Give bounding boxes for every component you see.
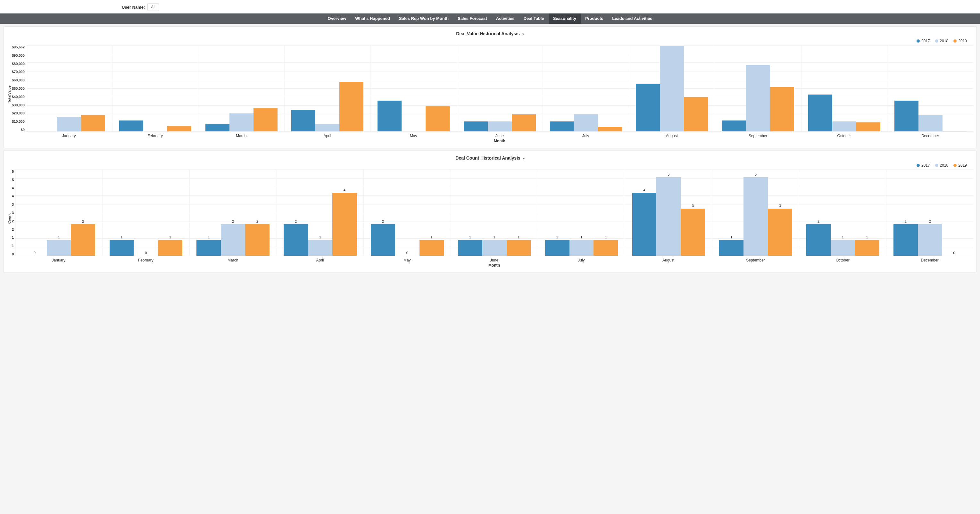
nav-overview[interactable]: Overview [323,13,351,24]
nav-leads-activities[interactable]: Leads and Activities [608,13,657,24]
bar-2017[interactable]: 4 [632,193,657,256]
bar-2019[interactable]: 2 [245,224,269,256]
nav-deal-table[interactable]: Deal Table [519,13,549,24]
filter-label: User Name: [122,5,145,10]
bar-2018[interactable]: 5 [656,177,681,256]
bar-value-label: 5 [668,172,670,176]
y-axis-label: Count [7,170,12,267]
bar-2018[interactable] [488,121,512,131]
bar-2019[interactable]: 1 [158,240,182,256]
bar-2019[interactable]: 1 [507,240,531,256]
nav-products[interactable]: Products [581,13,608,24]
bar-2018[interactable] [315,124,339,131]
bar-2018[interactable]: 1 [47,240,71,256]
legend-2017[interactable]: 2017 [916,39,930,43]
bar-2019[interactable]: 1 [855,240,879,256]
bar-2018[interactable] [229,113,253,131]
nav-activities[interactable]: Activities [492,13,519,24]
legend-2018[interactable]: 2018 [935,39,948,43]
x-tick: July [542,132,629,138]
bar-2019[interactable]: 2 [71,224,95,256]
bar-2019[interactable] [512,115,536,131]
y-tick: $70,000 [12,70,25,74]
bar-2017[interactable] [119,121,143,131]
x-tick: May [363,256,450,263]
bar-2017[interactable] [550,121,574,131]
category-column [715,45,802,131]
bar-2018[interactable]: 1 [830,240,855,256]
category-column: 201 [364,170,451,256]
swatch-icon [935,164,938,167]
bar-2019[interactable] [253,108,278,131]
y-axis-ticks: $95,662$90,000$80,000$70,000$60,000$50,0… [12,45,26,132]
bar-2018[interactable]: 1 [570,240,594,256]
panel-title-text: Deal Count Historical Analysis [455,156,520,161]
y-tick: $30,000 [12,103,25,107]
plot-area[interactable]: 012101122214201111111453153211220 [15,170,973,256]
legend-2017[interactable]: 2017 [916,163,930,168]
bar-2018[interactable]: 1 [482,240,507,256]
bar-2017[interactable]: 1 [110,240,134,256]
bar-2019[interactable]: 3 [768,208,792,256]
swatch-icon [953,164,957,167]
category-column: 111 [451,170,538,256]
bar-2019[interactable] [942,131,967,131]
legend-2019[interactable]: 2019 [953,163,967,168]
bar-2017[interactable]: 2 [894,224,918,256]
bar-2017[interactable] [377,100,402,131]
bar-2017[interactable]: 1 [719,240,743,256]
plot-area[interactable] [26,45,973,132]
category-column [629,45,715,131]
bar-2019[interactable] [598,127,622,131]
bar-2018[interactable]: 2 [221,224,245,256]
bar-2019[interactable]: 1 [593,240,618,256]
x-tick: September [715,132,801,138]
bar-2017[interactable] [464,121,488,131]
bar-2018[interactable]: 1 [308,240,332,256]
bar-2017[interactable] [894,100,918,131]
panel-title[interactable]: Deal Count Historical Analysis ▾ [7,153,973,162]
bar-2017[interactable]: 1 [458,240,482,256]
bar-2017[interactable]: 2 [806,224,830,256]
bar-2019[interactable] [856,123,880,131]
bar-2017[interactable]: 1 [196,240,221,256]
bar-2017[interactable] [722,121,746,131]
bar-2017[interactable]: 2 [371,224,395,256]
nav-sales-forecast[interactable]: Sales Forecast [453,13,492,24]
legend-2019[interactable]: 2019 [953,39,967,43]
bar-2019[interactable] [339,82,363,131]
bar-2017[interactable] [808,94,832,131]
bar-2019[interactable] [167,126,191,131]
nav-sales-rep-won[interactable]: Sales Rep Won by Month [395,13,453,24]
user-name-select[interactable]: All [147,3,159,11]
bar-2019[interactable]: 3 [681,208,705,256]
x-tick: May [371,132,457,138]
bar-value-label: 1 [517,235,519,239]
bar-2018[interactable]: 2 [918,224,942,256]
nav-whats-happened[interactable]: What's Happened [351,13,395,24]
bar-2018[interactable] [918,115,942,131]
bar-value-label: 2 [232,220,234,223]
legend-2018[interactable]: 2018 [935,163,948,168]
bar-2019[interactable] [684,97,708,131]
bar-2019[interactable] [426,106,450,131]
bar-value-label: 1 [169,235,171,239]
bar-2017[interactable]: 2 [284,224,308,256]
bar-2018[interactable] [746,65,770,131]
bar-2018[interactable] [660,46,684,131]
x-tick: December [886,256,973,263]
bar-2018[interactable] [574,115,598,131]
bar-2017[interactable] [636,84,660,131]
nav-seasonality[interactable]: Seasonality [549,13,581,24]
bar-2017[interactable] [291,110,315,131]
bar-2019[interactable]: 1 [420,240,444,256]
bar-2017[interactable]: 1 [545,240,570,256]
bar-2019[interactable] [770,87,794,131]
bar-2018[interactable] [832,121,856,131]
bar-2019[interactable] [81,115,105,131]
bar-2018[interactable]: 5 [743,177,768,256]
bar-2019[interactable]: 4 [332,193,357,256]
bar-2017[interactable] [205,124,229,131]
bar-2018[interactable] [57,117,81,131]
panel-title[interactable]: Deal Value Historical Analysis ▾ [7,29,973,38]
